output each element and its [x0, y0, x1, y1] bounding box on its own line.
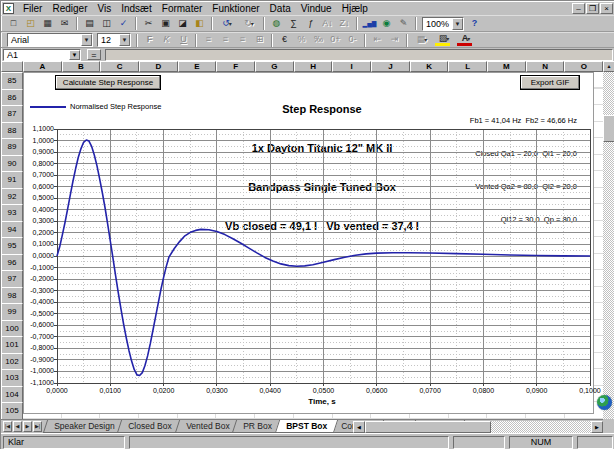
row-header-91[interactable]: 91 — [1, 171, 23, 189]
row-header-97[interactable]: 97 — [1, 270, 23, 288]
vertical-scrollbar[interactable]: ▲ ▼ — [603, 61, 614, 432]
sheet-tab-vented-box[interactable]: Vented Box — [175, 420, 241, 433]
menu-funktioner[interactable]: Funktioner — [207, 3, 264, 14]
align-center-icon[interactable]: ≡ — [217, 33, 234, 47]
borders-icon[interactable]: ▦▾ — [411, 33, 433, 47]
save-icon[interactable]: ▦ — [39, 17, 56, 31]
column-header-c[interactable]: C — [100, 61, 139, 72]
comma-style-icon[interactable]: ‰ — [310, 33, 327, 47]
row-header-87[interactable]: 87 — [1, 105, 23, 123]
menu-inds-t[interactable]: Indsæt — [116, 3, 157, 14]
row-header-90[interactable]: 90 — [1, 155, 23, 173]
row-header-105[interactable]: 105 — [1, 402, 23, 419]
hyperlink-icon[interactable]: ◍ — [268, 17, 285, 31]
column-header-o[interactable]: O — [564, 61, 603, 72]
menu-formater[interactable]: Formater — [157, 3, 208, 14]
row-header-104[interactable]: 104 — [1, 386, 23, 404]
merge-center-icon[interactable]: ⊞ — [251, 33, 268, 47]
mail-icon[interactable]: ✉ — [56, 17, 73, 31]
format-painter-icon[interactable]: ◧ — [191, 17, 208, 31]
zoom-combo-dropdown-icon[interactable]: ▼ — [452, 18, 463, 30]
horizontal-scroll-thumb[interactable] — [365, 421, 491, 433]
paste-icon[interactable]: ◪ — [174, 17, 191, 31]
workbook-icon[interactable]: X — [3, 3, 14, 14]
align-right-icon[interactable]: ≡ — [234, 33, 251, 47]
column-header-h[interactable]: H — [294, 61, 333, 72]
row-header-101[interactable]: 101 — [1, 336, 23, 354]
name-box-dropdown-icon[interactable]: ▼ — [69, 50, 80, 60]
help-icon[interactable]: ? — [466, 17, 483, 31]
chart-object[interactable]: Calculate Step Response Export GIF Norma… — [23, 72, 594, 414]
window-restore-button[interactable]: ❒ — [586, 3, 599, 14]
row-header-93[interactable]: 93 — [1, 204, 23, 222]
next-sheet-icon[interactable]: ▶ — [23, 421, 32, 432]
undo-icon[interactable]: ↺▾ — [216, 17, 238, 31]
sort-ascending-icon[interactable]: A↓ — [319, 17, 336, 31]
drawing-icon[interactable]: ✎ — [395, 17, 412, 31]
column-header-l[interactable]: L — [448, 61, 487, 72]
sheet-tab-bpst-box[interactable]: BPST Box — [275, 420, 338, 433]
sheet-tab-closed-box[interactable]: Closed Box — [117, 420, 183, 433]
italic-icon[interactable]: K — [158, 33, 175, 47]
decrease-indent-icon[interactable]: ⇤ — [369, 33, 386, 47]
font-name-select-dropdown-icon[interactable]: ▼ — [81, 34, 92, 46]
row-header-103[interactable]: 103 — [1, 369, 23, 387]
font-size-select[interactable]: 12▼ — [97, 33, 131, 47]
menu-vindue[interactable]: Vindue — [296, 3, 337, 14]
previous-sheet-icon[interactable]: ◀ — [13, 421, 22, 432]
scroll-left-icon[interactable]: ◀ — [353, 421, 365, 433]
window-minimize-button[interactable]: – — [572, 3, 585, 14]
open-icon[interactable]: ◰ — [22, 17, 39, 31]
row-header-92[interactable]: 92 — [1, 188, 23, 206]
column-header-a[interactable]: A — [23, 61, 62, 72]
menu-hj-lp[interactable]: Hjælp — [337, 3, 373, 14]
window-close-button[interactable]: × — [600, 3, 613, 14]
column-header-g[interactable]: G — [255, 61, 294, 72]
font-color-icon[interactable]: A▾ — [455, 33, 477, 47]
font-size-select-dropdown-icon[interactable]: ▼ — [119, 34, 130, 46]
row-header-89[interactable]: 89 — [1, 138, 23, 156]
spelling-icon[interactable]: ✓ — [115, 17, 132, 31]
row-header-99[interactable]: 99 — [1, 303, 23, 321]
zoom-combo[interactable]: 100%▼ — [422, 17, 464, 31]
column-header-f[interactable]: F — [216, 61, 255, 72]
font-name-select[interactable]: Arial▼ — [7, 33, 93, 47]
horizontal-scrollbar[interactable]: ◀ ▶ — [353, 421, 603, 433]
menu-data[interactable]: Data — [265, 3, 296, 14]
column-header-j[interactable]: J — [371, 61, 410, 72]
row-header-98[interactable]: 98 — [1, 287, 23, 305]
globe-icon[interactable] — [597, 395, 612, 410]
menu-rediger[interactable]: Rediger — [47, 3, 92, 14]
row-header-96[interactable]: 96 — [1, 254, 23, 272]
column-header-i[interactable]: I — [332, 61, 371, 72]
row-header-86[interactable]: 86 — [1, 89, 23, 107]
row-header-100[interactable]: 100 — [1, 320, 23, 338]
redo-icon[interactable]: ↻▾ — [238, 17, 260, 31]
copy-icon[interactable]: ▣ — [157, 17, 174, 31]
menu-vis[interactable]: Vis — [92, 3, 116, 14]
scroll-right-icon[interactable]: ▶ — [591, 421, 603, 433]
sheet-tab-speaker-design[interactable]: Speaker Design — [43, 420, 126, 433]
increase-decimal-icon[interactable]: 0+ — [327, 33, 344, 47]
row-header-94[interactable]: 94 — [1, 221, 23, 239]
row-header-88[interactable]: 88 — [1, 122, 23, 140]
print-preview-icon[interactable]: ◫ — [98, 17, 115, 31]
bold-icon[interactable]: F — [141, 33, 158, 47]
column-header-d[interactable]: D — [139, 61, 178, 72]
autosum-icon[interactable]: ∑ — [285, 17, 302, 31]
name-box[interactable]: A1 ▼ — [3, 49, 81, 61]
column-header-n[interactable]: N — [526, 61, 565, 72]
paste-function-icon[interactable]: ƒ — [302, 17, 319, 31]
chart-wizard-icon[interactable]: ▂▅▇ — [361, 17, 378, 31]
last-sheet-icon[interactable]: ▶| — [33, 421, 42, 432]
underline-icon[interactable]: U — [175, 33, 192, 47]
formula-input[interactable] — [105, 49, 613, 61]
align-left-icon[interactable]: ≡ — [200, 33, 217, 47]
select-all-corner[interactable] — [1, 61, 23, 72]
column-header-m[interactable]: M — [487, 61, 526, 72]
currency-icon[interactable]: € — [276, 33, 293, 47]
column-header-b[interactable]: B — [62, 61, 101, 72]
fill-color-icon[interactable]: ▨▾ — [433, 33, 455, 47]
increase-indent-icon[interactable]: ⇥ — [386, 33, 403, 47]
menu-filer[interactable]: Filer — [18, 3, 47, 14]
